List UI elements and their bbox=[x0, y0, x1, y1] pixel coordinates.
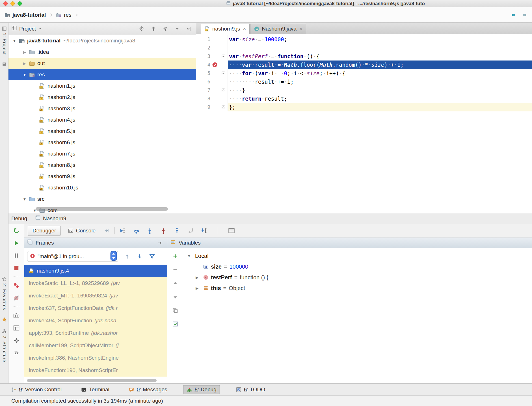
frame-row[interactable]: JSnashorn9.js:4 bbox=[24, 265, 167, 277]
mute-breakpoints-button[interactable] bbox=[12, 294, 20, 302]
view-breakpoints-button[interactable] bbox=[12, 282, 20, 290]
frame-up-button[interactable] bbox=[123, 252, 131, 260]
force-step-into-button[interactable] bbox=[159, 227, 167, 235]
layout-grid-button[interactable] bbox=[228, 227, 235, 235]
move-down-button[interactable] bbox=[171, 293, 179, 301]
toolbutton-Terminal[interactable]: Terminal bbox=[77, 385, 113, 394]
frame-row[interactable]: invokeFunction:190, NashornScriptEr bbox=[24, 364, 167, 377]
fold-marker[interactable] bbox=[219, 88, 227, 92]
toolbutton-6TODO[interactable]: 6: TODO bbox=[232, 385, 269, 394]
debug-tab-Debugger[interactable]: Debugger bbox=[28, 226, 61, 236]
debug-tab-Console[interactable]: Console bbox=[63, 226, 100, 236]
tree-item-nashorn3.js[interactable]: JSnashorn3.js bbox=[8, 103, 196, 114]
pause-button[interactable] bbox=[12, 252, 20, 260]
code-line-2[interactable]: 2 bbox=[196, 44, 532, 52]
remove-watch-button[interactable] bbox=[171, 266, 179, 274]
tree-item-nashorn1.js[interactable]: JSnashorn1.js bbox=[8, 80, 196, 92]
breadcrumb-item-res[interactable]: res bbox=[55, 11, 72, 19]
frame-row[interactable]: apply:393, ScriptRuntime (jdk.nashor bbox=[24, 327, 167, 339]
close-icon[interactable]: × bbox=[243, 26, 246, 32]
more-button[interactable] bbox=[12, 349, 20, 357]
toolbutton-0Messages[interactable]: 0: Messages bbox=[125, 385, 171, 394]
expander-icon[interactable]: ▼ bbox=[10, 39, 19, 43]
collapse-all-button[interactable] bbox=[150, 25, 157, 33]
tree-item-nashorn6.js[interactable]: JSnashorn6.js bbox=[8, 137, 196, 148]
frame-row[interactable]: invoke:494, ScriptFunction (jdk.nash bbox=[24, 314, 167, 327]
stripe-button-2: Structure[interactable]: 2: Structure bbox=[2, 328, 7, 364]
code-line-7[interactable]: 7····} bbox=[196, 86, 532, 94]
stripe-button-tool-square[interactable] bbox=[2, 61, 7, 68]
expander-icon[interactable]: ▶ bbox=[193, 286, 201, 290]
stripe-button-star-filled[interactable] bbox=[2, 316, 7, 323]
frames-horizontal-scrollbar[interactable] bbox=[27, 379, 157, 382]
frame-row[interactable]: invokeStatic_LL_L:-1, 892529689 (jav bbox=[24, 277, 167, 290]
step-over-button[interactable] bbox=[132, 227, 140, 235]
tree-item-nashorn4.js[interactable]: JSnashorn4.js bbox=[8, 114, 196, 126]
tree-item-nashorn10.js[interactable]: JSnashorn10.js bbox=[8, 182, 196, 193]
breadcrumb-item-java8-tutorial[interactable]: java8-tutorial bbox=[4, 11, 46, 19]
forward-arrow-button[interactable] bbox=[521, 11, 529, 19]
expander-icon[interactable]: ▶ bbox=[20, 50, 29, 54]
output-arrow-button[interactable] bbox=[103, 227, 111, 235]
thread-selector[interactable]: "main"@1 in grou... bbox=[27, 251, 118, 262]
tree-item-nashorn9.js[interactable]: JSnashorn9.js bbox=[8, 171, 196, 182]
code-editor[interactable]: 1var·size·=·100000;23var·testPerf·=·func… bbox=[196, 34, 532, 213]
hide-side-button[interactable] bbox=[185, 25, 193, 33]
code-line-3[interactable]: 3var·testPerf·=·function·()·{ bbox=[196, 52, 532, 61]
pin-right-button[interactable] bbox=[156, 239, 164, 247]
drop-frame-button[interactable] bbox=[187, 227, 194, 235]
step-out-button[interactable] bbox=[173, 227, 181, 235]
back-arrow-button[interactable] bbox=[509, 11, 517, 19]
frame-row[interactable]: invokeExact_MT:-1, 1690859824 (jav bbox=[24, 290, 167, 302]
fold-marker[interactable] bbox=[219, 105, 227, 109]
code-text[interactable]: ········result·+=·i; bbox=[228, 77, 532, 86]
tree-item-res[interactable]: ▼res bbox=[8, 69, 196, 80]
code-text[interactable]: var·testPerf·=·function·()·{ bbox=[228, 52, 532, 61]
stripe-button-2: Favorites[interactable]: 2: Favorites bbox=[2, 275, 7, 312]
duplicate-button[interactable] bbox=[171, 306, 179, 314]
rerun-button[interactable] bbox=[12, 227, 20, 235]
variable-row-size[interactable]: 01size = 100000 bbox=[183, 261, 532, 272]
minimize-window-button[interactable] bbox=[10, 1, 15, 6]
expander-icon[interactable]: ▶ bbox=[20, 61, 29, 66]
frame-row[interactable]: callMember:199, ScriptObjectMirror (j bbox=[24, 339, 167, 352]
frame-row[interactable]: invoke:637, ScriptFunctionData (jdk.r bbox=[24, 302, 167, 314]
close-window-button[interactable] bbox=[3, 1, 8, 6]
expander-icon[interactable]: ▼ bbox=[185, 254, 193, 258]
zoom-window-button[interactable] bbox=[18, 1, 22, 6]
breakpoint[interactable] bbox=[210, 62, 219, 68]
close-icon[interactable]: × bbox=[299, 26, 302, 32]
tree-item-nashorn5.js[interactable]: JSnashorn5.js bbox=[8, 126, 196, 137]
tree-item-nashorn7.js[interactable]: JSnashorn7.js bbox=[8, 148, 196, 159]
tree-item-nashorn2.js[interactable]: JSnashorn2.js bbox=[8, 92, 196, 103]
filter-button[interactable] bbox=[148, 252, 156, 260]
code-line-6[interactable]: 6········result·+=·i; bbox=[196, 77, 532, 86]
expander-icon[interactable]: ▶ bbox=[193, 275, 201, 280]
frame-down-button[interactable] bbox=[136, 252, 144, 260]
code-text[interactable]: ····var·result·=·Math.floor(Math.random(… bbox=[228, 61, 532, 69]
resume-button[interactable] bbox=[12, 239, 20, 247]
fold-marker[interactable] bbox=[219, 71, 227, 75]
tree-item-out[interactable]: ▶out bbox=[8, 58, 196, 69]
variable-row-testPerf[interactable]: ▶λtestPerf = function () { bbox=[183, 272, 532, 283]
run-to-cursor-button[interactable] bbox=[200, 227, 208, 235]
stop-button[interactable] bbox=[12, 264, 20, 272]
code-text[interactable]: ····return·result; bbox=[228, 94, 532, 103]
expander-icon[interactable]: ▼ bbox=[20, 73, 29, 77]
code-text[interactable]: var·size·=·100000; bbox=[228, 35, 532, 44]
add-watch-button[interactable] bbox=[171, 252, 179, 260]
frame-row[interactable]: invokeImpl:386, NashornScriptEngine bbox=[24, 352, 167, 364]
code-line-9[interactable]: 9}; bbox=[196, 103, 532, 111]
code-line-5[interactable]: 5····for·(var·i·=·0;·i·<·size;·i++)·{ bbox=[196, 69, 532, 77]
code-text[interactable]: }; bbox=[228, 103, 532, 111]
toolbutton-5Debug[interactable]: 5: Debug bbox=[183, 385, 220, 394]
variable-row-Local[interactable]: ▼Local bbox=[183, 250, 532, 261]
gear-button[interactable] bbox=[161, 25, 169, 33]
code-line-4[interactable]: 4····var·result·=·Math.floor(Math.random… bbox=[196, 61, 532, 69]
tree-item-java8-tutorial[interactable]: ▼java8-tutorial~/IdeaProjects/incoming/j… bbox=[8, 35, 196, 46]
show-execution-point-button[interactable] bbox=[119, 227, 127, 235]
restore-layout-button[interactable] bbox=[12, 324, 20, 332]
variable-row-this[interactable]: ▶this = Object bbox=[183, 283, 532, 293]
editor-tab-nashorn9.js[interactable]: JSnashorn9.js× bbox=[201, 24, 250, 34]
caret-down-small-button[interactable] bbox=[173, 25, 181, 33]
